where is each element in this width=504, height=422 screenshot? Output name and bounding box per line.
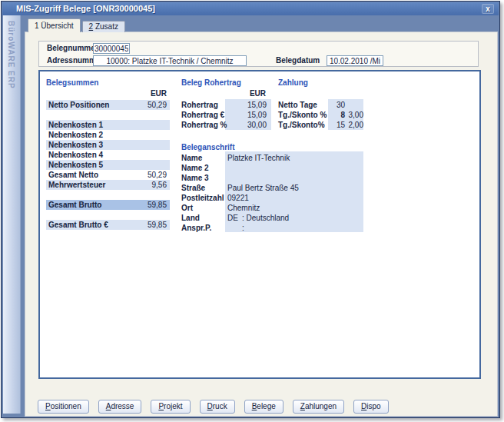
table-row: NamePlatzke IT-Technik [181,153,366,163]
tab-bar: 1 Übersicht 2 Zusatz [28,18,125,32]
belegdatum-label: Belegdatum [276,56,320,65]
zahlung-title: Zahlung [278,78,308,87]
anschrift-title: Beleganschrift [181,143,234,151]
table-row: LandDE: Deutschland [181,213,366,223]
table-row: Gesamt Netto50,29 [46,170,170,180]
table-row: Name 2 [181,163,366,173]
table-row: Postleitzahl09221 [181,193,366,203]
table-row: StraßePaul Bertz Straße 45 [181,183,366,193]
table-row: Rohertrag %30,00 [181,120,269,130]
table-row-gesamt-brutto: Gesamt Brutto59,85 [46,200,170,210]
belegsummen-title: Belegsummen [46,78,98,87]
belegnummer-input[interactable] [93,43,130,54]
positionen-button[interactable]: Positionen [38,400,89,414]
belegnummer-label: Belegnummer [47,44,98,52]
brand-logo: BüroWARE ERP [7,15,15,89]
table-row: Tg./Skonto%152,00 [278,120,363,130]
zahlung-table: Netto Tage30 Tg./Skonto %83,00 Tg./Skont… [278,100,363,130]
header-fields-panel: Belegnummer Adressnummer Belegdatum [38,41,479,67]
titlebar[interactable]: MIS-Zugriff Belege [ONR30000045] x [2,2,499,15]
table-row: Netto Tage30 [278,100,363,110]
table-row: Nebenkosten 5 [46,160,170,170]
table-row [46,190,170,200]
rohertrag-title: Beleg Rohertrag [181,78,241,87]
table-row: Name 3 [181,173,366,183]
projekt-button[interactable]: Projekt [151,400,190,414]
belege-button[interactable]: Belege [244,400,284,414]
action-button-bar: Positionen Adresse Projekt Druck Belege … [38,400,389,414]
table-row [46,110,170,120]
table-row: Nebenkosten 1 [46,120,170,130]
belegsummen-table: Netto Positionen50,29 Nebenkosten 1 Nebe… [46,100,170,230]
detail-panel: Belegsummen EUR Netto Positionen50,29 Ne… [38,70,481,379]
table-row: Mehrwertsteuer9,56 [46,180,170,190]
table-row: Netto Positionen50,29 [46,100,170,110]
dispo-button[interactable]: Dispo [353,400,389,414]
tab-uebersicht[interactable]: 1 Übersicht [28,18,81,32]
window-title: MIS-Zugriff Belege [ONR30000045] [16,4,155,13]
table-row: OrtChemnitz [181,203,366,213]
anschrift-table: NamePlatzke IT-Technik Name 2 Name 3 Str… [181,153,366,233]
table-row [46,210,170,220]
rohertrag-currency: EUR [181,89,269,98]
table-row: Nebenkosten 2 [46,130,170,140]
table-row: Nebenkosten 3 [46,140,170,150]
table-row: Nebenkosten 4 [46,150,170,160]
belegsummen-currency: EUR [46,89,170,98]
table-row: Tg./Skonto %83,00 [278,110,363,120]
tab-zusatz[interactable]: 2 Zusatz [82,21,125,32]
table-row: Rohertrag €15,09 [181,110,269,120]
zahlungen-button[interactable]: Zahlungen [293,400,344,414]
content-panel: Belegnummer Adressnummer Belegdatum Bele… [25,32,498,417]
table-row: Gesamt Brutto €59,85 [46,220,170,230]
brand-strip: BüroWARE ERP [3,15,21,414]
adresse-button[interactable]: Adresse [98,400,142,414]
druck-button[interactable]: Druck [200,400,235,414]
table-row: Anspr.P.: [181,223,366,233]
belegdatum-input[interactable] [327,55,383,66]
adressnummer-input[interactable] [93,55,247,66]
app-window: MIS-Zugriff Belege [ONR30000045] x BüroW… [1,1,500,418]
close-icon[interactable]: x [482,4,494,14]
rohertrag-table: Rohertrag15,09 Rohertrag €15,09 Rohertra… [181,100,269,130]
table-row: Rohertrag15,09 [181,100,269,110]
